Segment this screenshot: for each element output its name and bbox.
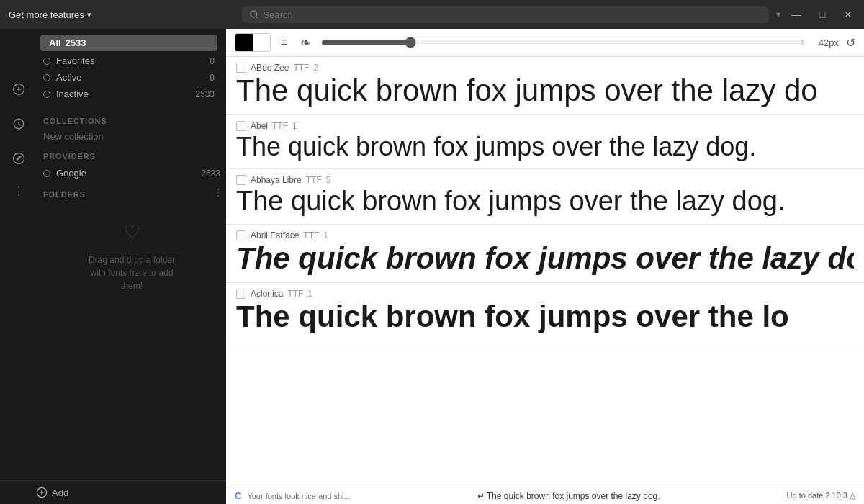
reset-icon[interactable]: ↺ [846, 36, 855, 50]
minimize-button[interactable]: — [789, 9, 804, 20]
sidebar: All 2533 Favorites 0 Active 0 Inactive 2… [0, 29, 226, 504]
font-format: TTF [287, 289, 303, 299]
google-provider-filter[interactable]: Google 2533 [40, 165, 223, 181]
add-label: Add [52, 487, 68, 498]
font-list: ABee Zee TTF 2 The quick brown fox jumps… [226, 57, 864, 487]
font-toolbar: ≡ ❧ 42px ↺ [226, 29, 864, 57]
font-preview: The quick brown fox jumps over the lazy … [236, 74, 854, 107]
font-preview: The quick brown fox jumps over the lo [236, 300, 854, 333]
google-count: 2533 [201, 168, 220, 179]
font-name: Abril Fatface [251, 230, 299, 240]
font-entry-abel: Abel TTF 1 The quick brown fox jumps ove… [226, 115, 864, 169]
folders-header: FOLDERS [40, 181, 89, 203]
titlebar: Get more features ▾ ▾ — □ ✕ [0, 0, 864, 29]
font-format: TTF [293, 63, 309, 73]
font-variant-count: 1 [292, 121, 297, 131]
favorites-label: Favorites [56, 55, 204, 66]
size-slider[interactable] [321, 37, 804, 48]
font-checkbox[interactable] [236, 121, 246, 131]
new-collection-button[interactable]: New collection [40, 130, 223, 143]
search-input[interactable] [264, 9, 762, 20]
collections-header: COLLECTIONS [40, 108, 223, 130]
font-preview: The quick brown fox jumps over the lazy … [236, 242, 854, 275]
close-button[interactable]: ✕ [841, 9, 855, 20]
font-variant-count: 2 [313, 63, 318, 73]
folder-empty-text: Drag and drop a folderwith fonts here to… [89, 253, 175, 292]
font-format: TTF [303, 230, 319, 240]
maximize-button[interactable]: □ [815, 9, 829, 20]
active-filter[interactable]: Active 0 [40, 69, 217, 86]
font-entry-aclonica: Aclonica TTF 1 The quick brown fox jumps… [226, 283, 864, 341]
search-bar[interactable] [242, 6, 769, 23]
special-chars-icon[interactable]: ❧ [297, 33, 314, 52]
favorites-circle-icon [43, 58, 50, 65]
providers-header: PROVIDERS [40, 143, 223, 165]
black-swatch[interactable] [235, 34, 253, 51]
font-name: Abhaya Libre [251, 175, 302, 185]
font-preview: The quick brown fox jumps over the lazy … [236, 186, 854, 217]
font-meta: Abril Fatface TTF 1 [236, 230, 854, 240]
font-meta: ABee Zee TTF 2 [236, 63, 854, 73]
filter-dropdown-icon[interactable]: ▾ [776, 9, 780, 19]
active-label: Active [56, 72, 204, 83]
chevron-down-icon[interactable]: ▾ [87, 10, 91, 19]
font-format: TTF [306, 175, 322, 185]
active-circle-icon [43, 74, 50, 81]
inactive-filter[interactable]: Inactive 2533 [40, 86, 217, 102]
titlebar-left: Get more features ▾ [9, 9, 235, 20]
status-middle-text: ↵ The quick brown fox jumps over the laz… [356, 491, 781, 501]
font-format: TTF [272, 121, 288, 131]
nav-icon-discover[interactable] [7, 147, 30, 170]
add-button[interactable]: Add [0, 480, 226, 504]
folders-header-row: FOLDERS ⋮ [40, 181, 223, 203]
font-name: Aclonica [251, 289, 283, 299]
favorites-count: 0 [210, 56, 215, 66]
size-label: 42px [819, 37, 839, 48]
size-range-input[interactable] [321, 37, 804, 48]
font-entry-abhaya-libre: Abhaya Libre TTF 5 The quick brown fox j… [226, 169, 864, 225]
status-left-text: Your fonts look nice and shi... [247, 492, 350, 500]
google-circle-icon [43, 170, 50, 177]
get-more-features-label[interactable]: Get more features [9, 9, 84, 20]
font-name: ABee Zee [251, 63, 289, 73]
main-layout: ⋮ All 2533 Favorites 0 Active 0 [0, 29, 864, 504]
favorites-filter[interactable]: Favorites 0 [40, 53, 217, 69]
font-meta: Abhaya Libre TTF 5 [236, 175, 854, 185]
filter-section: All 2533 Favorites 0 Active 0 Inactive 2… [32, 29, 226, 108]
google-label: Google [56, 168, 195, 179]
new-collection-label: New collection [43, 131, 104, 142]
folders-more-icon[interactable]: ⋮ [213, 186, 223, 198]
font-variant-count: 5 [326, 175, 331, 185]
heart-icon: ♡ [123, 217, 141, 248]
more-options-icon[interactable]: ⋮ [13, 184, 24, 198]
font-variant-count: 1 [307, 289, 312, 299]
align-icon[interactable]: ≡ [278, 35, 290, 50]
font-entry-abril-fatface: Abril Fatface TTF 1 The quick brown fox … [226, 225, 864, 283]
white-swatch[interactable] [253, 34, 270, 51]
font-preview: The quick brown fox jumps over the lazy … [236, 132, 854, 161]
inactive-count: 2533 [195, 89, 215, 99]
right-panel: ≡ ❧ 42px ↺ ABee Zee TTF 2 The quick brow… [226, 29, 864, 504]
all-count: 2533 [66, 37, 86, 48]
font-variant-count: 1 [323, 230, 328, 240]
font-entry-abee-zee: ABee Zee TTF 2 The quick brown fox jumps… [226, 57, 864, 115]
window-controls: — □ ✕ [789, 9, 855, 20]
font-checkbox[interactable] [236, 175, 246, 185]
status-brand-icon: C [235, 490, 241, 501]
search-icon [249, 9, 259, 19]
plus-circle-icon [36, 487, 48, 498]
nav-icons: ⋮ [4, 69, 33, 207]
font-name: Abel [251, 121, 268, 131]
svg-point-0 [251, 11, 257, 17]
status-right-text: Up to date 2.10.3 △ [787, 491, 855, 500]
color-swatch[interactable] [235, 33, 271, 52]
sidebar-wrapper: ⋮ All 2533 Favorites 0 Active 0 [0, 29, 226, 504]
font-checkbox[interactable] [236, 230, 246, 240]
all-filter-button[interactable]: All 2533 [40, 35, 217, 51]
nav-icon-fonts[interactable] [7, 78, 30, 101]
font-checkbox[interactable] [236, 289, 246, 299]
font-meta: Aclonica TTF 1 [236, 289, 854, 299]
nav-icon-settings[interactable] [7, 112, 30, 135]
font-checkbox[interactable] [236, 63, 246, 73]
inactive-circle-icon [43, 91, 50, 98]
